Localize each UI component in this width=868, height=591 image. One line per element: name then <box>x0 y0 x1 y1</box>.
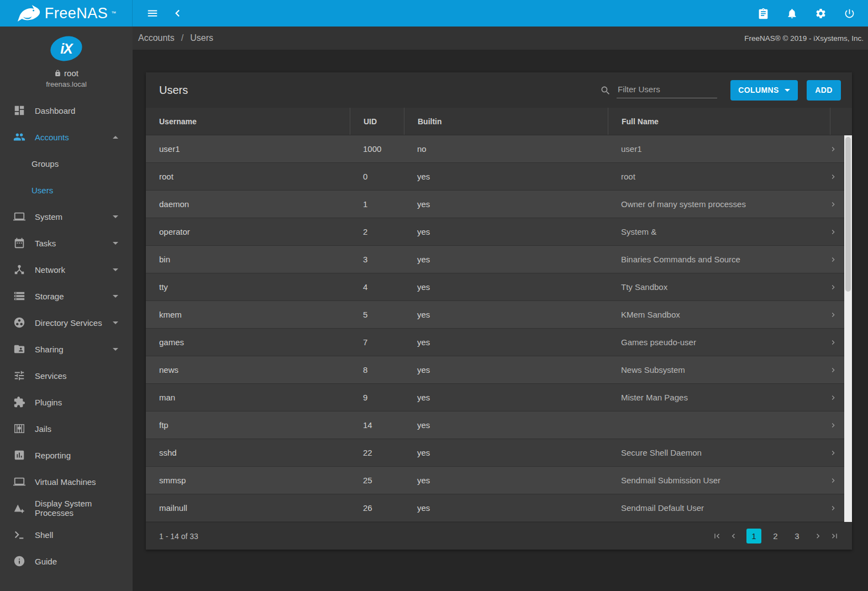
sidebar-item-guide[interactable]: Guide <box>0 548 133 574</box>
table-row-games[interactable]: games7yesGames pseudo-user <box>146 329 844 356</box>
sidebar-item-system[interactable]: System <box>0 203 133 230</box>
add-button[interactable]: ADD <box>807 80 841 101</box>
system-icon <box>13 210 25 223</box>
column-header-username[interactable]: Username <box>146 108 350 135</box>
cell-full-name: root <box>608 172 822 181</box>
filter-users-input[interactable] <box>617 82 717 98</box>
expand-arrow-icon[interactable] <box>113 295 118 298</box>
table-row-daemon[interactable]: daemon1yesOwner of many system processes <box>146 191 844 218</box>
sidebar-item-sharing[interactable]: Sharing <box>0 336 133 362</box>
sidebar-item-label: Tasks <box>35 239 56 248</box>
row-expand-chevron-icon[interactable] <box>822 339 844 346</box>
sidebar-item-label: Reporting <box>35 451 71 460</box>
table-row-kmem[interactable]: kmem5yesKMem Sandbox <box>146 301 844 329</box>
row-expand-chevron-icon[interactable] <box>822 394 844 402</box>
freenas-shark-icon <box>16 3 41 23</box>
cell-username: daemon <box>146 199 350 209</box>
expand-arrow-icon[interactable] <box>113 348 118 351</box>
table-row-bin[interactable]: bin3yesBinaries Commands and Source <box>146 246 844 273</box>
expand-arrow-icon[interactable] <box>113 215 118 218</box>
sidebar-item-label: Groups <box>31 159 59 168</box>
sidebar-item-network[interactable]: Network <box>0 256 133 283</box>
display-system-processes-icon <box>13 502 25 514</box>
sharing-icon <box>13 343 25 355</box>
scrollbar-thumb[interactable] <box>845 137 851 292</box>
sidebar-item-jails[interactable]: Jails <box>0 415 133 442</box>
freenas-logo[interactable]: FreeNAS ™ <box>0 0 133 27</box>
column-header-full-name[interactable]: Full Name <box>608 108 830 135</box>
last-page-icon[interactable] <box>828 530 841 543</box>
cell-uid: 1000 <box>350 144 404 154</box>
collapse-arrow-icon[interactable] <box>113 136 118 139</box>
sidebar-item-dashboard[interactable]: Dashboard <box>0 97 133 124</box>
page-button-3[interactable]: 3 <box>790 529 804 543</box>
row-expand-chevron-icon[interactable] <box>822 200 844 208</box>
sidebar-nav: DashboardAccountsGroupsUsersSystemTasksN… <box>0 97 133 574</box>
table-row-mailnull[interactable]: mailnull26yesSendmail Default User <box>146 494 844 522</box>
cell-uid: 14 <box>350 420 404 430</box>
row-expand-chevron-icon[interactable] <box>822 228 844 236</box>
table-row-smmsp[interactable]: smmsp25yesSendmail Submission User <box>146 467 844 494</box>
menu-icon[interactable] <box>145 6 160 21</box>
power-icon[interactable] <box>841 6 857 21</box>
cell-full-name: Binaries Commands and Source <box>608 255 822 264</box>
row-expand-chevron-icon[interactable] <box>822 173 844 181</box>
column-header-uid[interactable]: UID <box>350 108 404 135</box>
table-row-ftp[interactable]: ftp14yes <box>146 411 844 439</box>
row-expand-chevron-icon[interactable] <box>822 504 844 512</box>
breadcrumb-users[interactable]: Users <box>190 33 213 43</box>
sidebar-item-services[interactable]: Services <box>0 362 133 389</box>
first-page-icon[interactable] <box>710 530 723 543</box>
sidebar-item-users[interactable]: Users <box>0 177 133 203</box>
table-row-user1[interactable]: user11000nouser1 <box>146 135 844 163</box>
column-header-builtin[interactable]: Builtin <box>404 108 608 135</box>
users-card: Users COLUMNS ADD Username UID <box>146 72 852 550</box>
sidebar-item-reporting[interactable]: Reporting <box>0 442 133 468</box>
expand-arrow-icon[interactable] <box>113 321 118 324</box>
pagination-range: 1 - 14 of 33 <box>159 532 198 541</box>
breadcrumb-accounts[interactable]: Accounts <box>138 33 175 43</box>
row-expand-chevron-icon[interactable] <box>822 477 844 484</box>
row-expand-chevron-icon[interactable] <box>822 311 844 319</box>
table-header-row: Username UID Builtin Full Name <box>146 108 852 135</box>
sidebar-item-display-system-processes[interactable]: Display System Processes <box>0 495 133 521</box>
column-header-actions <box>830 108 852 135</box>
columns-button[interactable]: COLUMNS <box>730 80 798 101</box>
notifications-bell-icon[interactable] <box>784 6 799 21</box>
table-row-operator[interactable]: operator2yesSystem & <box>146 218 844 246</box>
table-row-root[interactable]: root0yesroot <box>146 163 844 191</box>
sidebar-item-plugins[interactable]: Plugins <box>0 389 133 415</box>
next-page-icon[interactable] <box>811 530 824 543</box>
row-expand-chevron-icon[interactable] <box>822 283 844 291</box>
back-icon[interactable] <box>170 6 186 21</box>
sidebar-item-directory-services[interactable]: Directory Services <box>0 309 133 336</box>
page-button-1[interactable]: 1 <box>746 529 761 543</box>
copyright-text: FreeNAS® © 2019 - iXsystems, Inc. <box>744 34 864 43</box>
cell-username: smmsp <box>146 476 350 485</box>
network-icon <box>13 263 25 276</box>
row-expand-chevron-icon[interactable] <box>822 256 844 263</box>
sidebar-item-tasks[interactable]: Tasks <box>0 230 133 256</box>
table-row-news[interactable]: news8yesNews Subsystem <box>146 356 844 384</box>
table-row-sshd[interactable]: sshd22yesSecure Shell Daemon <box>146 439 844 467</box>
page-button-2[interactable]: 2 <box>768 529 783 543</box>
table-row-tty[interactable]: tty4yesTty Sandbox <box>146 273 844 301</box>
row-expand-chevron-icon[interactable] <box>822 366 844 374</box>
settings-gear-icon[interactable] <box>813 6 828 21</box>
row-expand-chevron-icon[interactable] <box>822 421 844 429</box>
sidebar-item-shell[interactable]: Shell <box>0 521 133 548</box>
accounts-icon <box>13 131 25 143</box>
row-expand-chevron-icon[interactable] <box>822 145 844 153</box>
tasks-clipboard-icon[interactable] <box>755 6 771 21</box>
sidebar-item-storage[interactable]: Storage <box>0 283 133 309</box>
previous-page-icon[interactable] <box>727 530 740 543</box>
sidebar-item-virtual-machines[interactable]: Virtual Machines <box>0 468 133 495</box>
dashboard-icon <box>13 104 25 117</box>
table-row-man[interactable]: man9yesMister Man Pages <box>146 384 844 411</box>
expand-arrow-icon[interactable] <box>113 242 118 245</box>
expand-arrow-icon[interactable] <box>113 268 118 271</box>
sidebar-item-groups[interactable]: Groups <box>0 150 133 177</box>
sidebar-item-accounts[interactable]: Accounts <box>0 124 133 150</box>
row-expand-chevron-icon[interactable] <box>822 449 844 457</box>
table-scrollbar[interactable] <box>844 135 852 522</box>
